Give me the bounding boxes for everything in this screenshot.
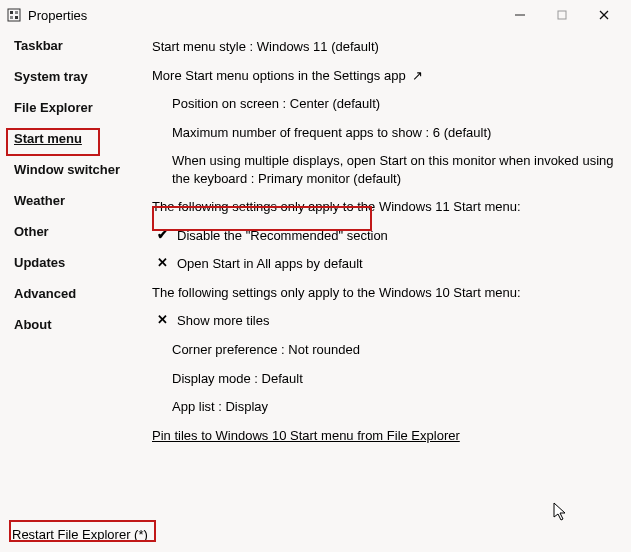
svg-rect-0 — [8, 9, 20, 21]
svg-rect-1 — [10, 11, 13, 14]
main-panel: Start menu style : Windows 11 (default) … — [142, 34, 623, 518]
footer: Restart File Explorer (*) — [0, 519, 631, 552]
app-icon — [6, 7, 22, 23]
more-options-label: More Start menu options in the Settings … — [152, 67, 406, 85]
restart-file-explorer-link[interactable]: Restart File Explorer (*) — [12, 527, 148, 542]
sidebar-item-start-menu[interactable]: Start menu — [14, 131, 82, 146]
more-options-link[interactable]: More Start menu options in the Settings … — [152, 67, 615, 85]
svg-rect-6 — [558, 11, 566, 19]
w11-section-header: The following settings only apply to the… — [152, 198, 615, 216]
cross-icon: ✕ — [156, 312, 169, 328]
maximize-button[interactable] — [541, 4, 583, 26]
corner-preference[interactable]: Corner preference : Not rounded — [152, 341, 615, 359]
disable-recommended-toggle[interactable]: ✔ Disable the "Recommended" section — [152, 227, 615, 245]
sidebar-item-other[interactable]: Other — [14, 224, 49, 239]
open-all-apps-label: Open Start in All apps by default — [177, 255, 363, 273]
pin-tiles-link[interactable]: Pin tiles to Windows 10 Start menu from … — [152, 428, 460, 443]
titlebar: Properties — [0, 0, 631, 28]
sidebar-item-taskbar[interactable]: Taskbar — [14, 38, 63, 53]
sidebar-item-updates[interactable]: Updates — [14, 255, 65, 270]
sidebar-item-file-explorer[interactable]: File Explorer — [14, 100, 93, 115]
window-controls — [499, 4, 625, 26]
disable-recommended-label: Disable the "Recommended" section — [177, 227, 388, 245]
show-more-tiles-label: Show more tiles — [177, 312, 269, 330]
sidebar-item-advanced[interactable]: Advanced — [14, 286, 76, 301]
minimize-button[interactable] — [499, 4, 541, 26]
start-menu-style[interactable]: Start menu style : Windows 11 (default) — [152, 38, 615, 56]
open-all-apps-toggle[interactable]: ✕ Open Start in All apps by default — [152, 255, 615, 273]
check-icon: ✔ — [156, 227, 169, 243]
external-link-icon: ↗ — [412, 67, 423, 85]
cursor-icon — [553, 502, 569, 522]
sidebar-item-about[interactable]: About — [14, 317, 52, 332]
sidebar-item-weather[interactable]: Weather — [14, 193, 65, 208]
position-on-screen[interactable]: Position on screen : Center (default) — [152, 95, 615, 113]
multi-display-option[interactable]: When using multiple displays, open Start… — [152, 152, 615, 187]
display-mode[interactable]: Display mode : Default — [152, 370, 615, 388]
svg-rect-2 — [15, 11, 18, 14]
sidebar-item-window-switcher[interactable]: Window switcher — [14, 162, 120, 177]
max-frequent-apps[interactable]: Maximum number of frequent apps to show … — [152, 124, 615, 142]
cross-icon: ✕ — [156, 255, 169, 271]
close-button[interactable] — [583, 4, 625, 26]
sidebar-item-system-tray[interactable]: System tray — [14, 69, 88, 84]
show-more-tiles-toggle[interactable]: ✕ Show more tiles — [152, 312, 615, 330]
w10-section-header: The following settings only apply to the… — [152, 284, 615, 302]
window-title: Properties — [28, 8, 87, 23]
sidebar: Taskbar System tray File Explorer Start … — [8, 34, 142, 518]
svg-rect-4 — [15, 16, 18, 19]
app-list[interactable]: App list : Display — [152, 398, 615, 416]
svg-rect-3 — [10, 16, 13, 19]
